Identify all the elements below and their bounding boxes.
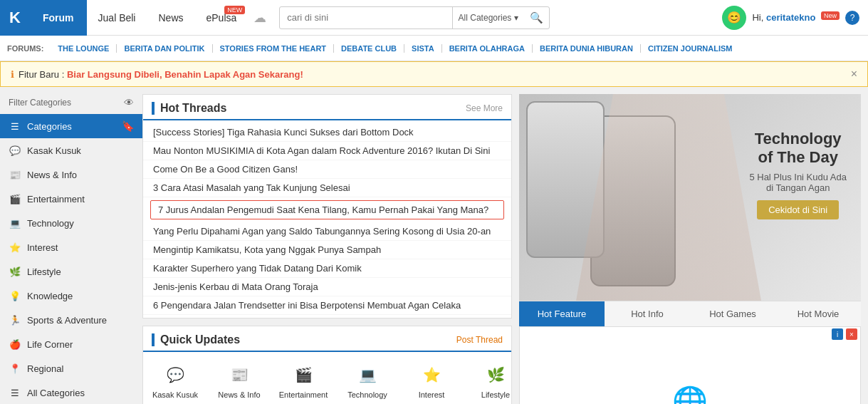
forum-berita-olahraga[interactable]: BERITA OLAHRAGA: [442, 44, 533, 53]
cat-icon-label: Interest: [419, 390, 445, 399]
knowledge-icon: 💡: [9, 289, 21, 302]
cat-icons-row: 💬 Kasak Kusuk 📰 News & Info 🎬 Entertainm…: [143, 352, 511, 404]
sidebar-item-knowledge[interactable]: 💡 Knowledge: [0, 284, 142, 308]
sidebar-item-lifestyle[interactable]: 🌿 Lifestyle: [0, 259, 142, 284]
epulsa-badge: NEW: [224, 6, 245, 14]
main-layout: Filter Categories 👁 ☰ Categories 🔖 💬 Kas…: [0, 87, 868, 404]
search-dropdown[interactable]: All Categories ▾: [452, 7, 525, 29]
tab-hot-feature[interactable]: Hot Feature: [519, 301, 605, 326]
alert-bar: ℹ Fitur Baru : Biar Langsung Dibeli, Ben…: [0, 61, 868, 87]
sidebar-item-interest[interactable]: ⭐ Interest: [0, 235, 142, 259]
tab-hot-games[interactable]: Hot Games: [690, 301, 775, 326]
hot-threads-title: Hot Threads: [152, 102, 226, 115]
news-nav[interactable]: News: [147, 0, 194, 36]
epulsa-nav[interactable]: ePulsa NEW: [195, 0, 249, 36]
ent-cat-icon: 🎬: [291, 362, 316, 388]
sidebar-item-life-corner[interactable]: 🍎 Life Corner: [0, 332, 142, 356]
sidebar-item-categories[interactable]: ☰ Categories 🔖: [0, 114, 142, 138]
cat-icon-interest[interactable]: ⭐ Interest: [399, 359, 464, 404]
thread-item[interactable]: [Success Stories] Tiga Rahasia Kunci Suk…: [143, 123, 511, 142]
right-panel: Technology of The Day 5 Hal Plus Ini Kud…: [519, 94, 861, 404]
thread-list: [Success Stories] Tiga Rahasia Kunci Suk…: [143, 120, 511, 318]
forum-berita-politik[interactable]: BERITA DAN POLITIK: [117, 44, 212, 53]
ad-title: Technology of The Day: [749, 130, 847, 167]
sports-icon: 🏃: [9, 314, 21, 326]
alert-prefix: Fitur Baru :: [19, 69, 64, 80]
forum-citizen-journalism[interactable]: CITIZEN JOURNALISM: [641, 44, 740, 53]
cat-icon-kasak-kusuk[interactable]: 💬 Kasak Kusuk: [143, 359, 207, 404]
forum-sista[interactable]: SISTA: [404, 44, 442, 53]
search-input[interactable]: [280, 12, 451, 23]
alert-close-button[interactable]: ×: [851, 68, 857, 81]
entertainment-icon: 🎬: [9, 192, 21, 205]
categories-icon: ☰: [9, 120, 21, 133]
tech-cat-icon: 💻: [355, 362, 380, 388]
thread-item[interactable]: Yang Perlu Dipahami Agan yang Saldo Tabu…: [143, 222, 511, 241]
top-nav: K Forum Jual Beli News ePulsa NEW ☁ All …: [0, 0, 868, 36]
ad-sub: 5 Hal Plus Ini Kudu Ada di Tangan Agan: [749, 172, 847, 193]
help-icon[interactable]: ?: [845, 11, 859, 25]
cat-icon-label: Entertainment: [279, 390, 328, 399]
thread-item[interactable]: Jenis-jenis Kerbau di Mata Orang Toraja: [143, 278, 511, 296]
ad-close-button[interactable]: ×: [846, 328, 857, 340]
thread-item[interactable]: Come On Be a Good Citizen Gans!: [143, 160, 511, 179]
thread-item[interactable]: 6 Pengendara Jalan Trendsetter ini Bisa …: [143, 296, 511, 315]
kasak-kusuk-cat-icon: 💬: [162, 362, 188, 388]
ad-banner: Technology of The Day 5 Hal Plus Ini Kud…: [519, 94, 861, 301]
news-info-icon: 📰: [9, 168, 21, 181]
thread-item-highlighted[interactable]: 7 Jurus Andalan Pengemudi Saat Kena Tila…: [150, 200, 504, 219]
cat-icon-news[interactable]: 📰 News & Info: [207, 359, 271, 404]
logo-box[interactable]: K: [0, 0, 30, 36]
kasak-kusuk-icon: 💬: [9, 144, 21, 157]
interest-icon: ⭐: [9, 241, 21, 254]
cekidot-button[interactable]: Cekidot di Sini: [757, 200, 839, 219]
bookmark-icon: 🔖: [122, 120, 134, 132]
forum-nav-button[interactable]: Forum: [30, 0, 87, 36]
hot-threads-box: Hot Threads See More [Success Stories] T…: [142, 94, 512, 318]
forum-debate-club[interactable]: DEBATE CLUB: [334, 44, 404, 53]
forum-the-lounge[interactable]: THE LOUNGE: [51, 44, 117, 53]
see-more-link[interactable]: See More: [466, 103, 503, 113]
int-cat-icon: ⭐: [419, 362, 444, 388]
jual-beli-nav[interactable]: Jual Beli: [87, 0, 147, 36]
quick-updates-title: Quick Updates: [152, 333, 240, 346]
lifestyle-icon: 🌿: [9, 265, 21, 278]
quick-updates-header: Quick Updates Post Thread: [143, 326, 511, 352]
sidebar-item-news-info[interactable]: 📰 News & Info: [0, 162, 142, 187]
cat-icon-label: Technology: [347, 390, 387, 399]
ad-info-button[interactable]: i: [832, 328, 843, 340]
ad-chrome-content: 🌐 GET GOOGLE CHROME google.com/chrome: [600, 385, 780, 405]
sidebar-item-kasak-kusuk[interactable]: 💬 Kasak Kusuk: [0, 138, 142, 162]
feature-tabs: Hot Feature Hot Info Hot Games Hot Movie: [519, 301, 861, 326]
tab-hot-info[interactable]: Hot Info: [605, 301, 690, 326]
forum-bar: FORUMS: THE LOUNGE BERITA DAN POLITIK ST…: [0, 36, 868, 61]
alert-bold-text: Biar Langsung Dibeli, Benahin Lapak Agan…: [67, 69, 303, 80]
chevron-down-icon: ▾: [514, 13, 518, 23]
life-cat-icon: 🌿: [483, 362, 508, 388]
sidebar-item-entertainment[interactable]: 🎬 Entertainment: [0, 187, 142, 211]
new-badge: New: [821, 11, 840, 20]
thread-item[interactable]: Mau Nonton MUSIKIMIA di Kota Agan dalam …: [143, 142, 511, 160]
quick-updates-box: Quick Updates Post Thread 💬 Kasak Kusuk …: [142, 326, 512, 404]
thread-item[interactable]: 3 Cara Atasi Masalah yang Tak Kunjung Se…: [143, 179, 511, 197]
all-categories-icon: ☰: [9, 386, 21, 399]
username[interactable]: ceritatekno: [766, 12, 815, 23]
thread-item[interactable]: Mengintip Kamikatsu, Kota yang Nggak Pun…: [143, 241, 511, 259]
sidebar-item-technology[interactable]: 💻 Technology: [0, 211, 142, 235]
sidebar-item-sports[interactable]: 🏃 Sports & Adventure: [0, 308, 142, 332]
forum-stories-heart[interactable]: STORIES FROM THE HEART: [213, 44, 335, 53]
cat-icon-entertainment[interactable]: 🎬 Entertainment: [271, 359, 335, 404]
sidebar-item-all-categories[interactable]: ☰ All Categories: [0, 380, 142, 404]
cat-icon-lifestyle[interactable]: 🌿 Lifestyle: [464, 359, 511, 404]
search-button[interactable]: 🔍: [524, 11, 549, 24]
cat-icon-technology[interactable]: 💻 Technology: [335, 359, 399, 404]
post-thread-link[interactable]: Post Thread: [456, 335, 503, 345]
ad-controls: i ×: [832, 328, 857, 340]
sidebar-item-regional[interactable]: 📍 Regional: [0, 356, 142, 380]
hi-label: Hi,: [752, 12, 763, 23]
forum-berita-hiburan[interactable]: BERITA DUNIA HIBURAN: [533, 44, 641, 53]
filter-categories-header: Filter Categories 👁: [0, 94, 142, 114]
thread-item[interactable]: Karakter Superhero yang Tidak Datang Dar…: [143, 259, 511, 278]
forums-label: FORUMS:: [7, 44, 43, 53]
tab-hot-movie[interactable]: Hot Movie: [775, 301, 861, 326]
